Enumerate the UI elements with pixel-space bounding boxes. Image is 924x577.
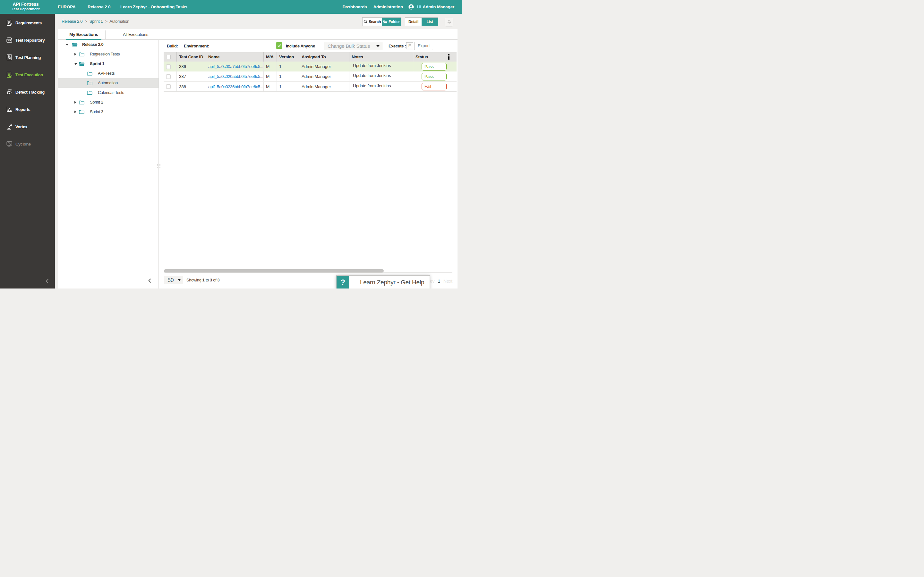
horizontal-scrollbar[interactable] — [164, 269, 452, 273]
breadcrumb-release[interactable]: Release 2.0 — [61, 19, 82, 24]
cell-assigned-to: Admin Manager — [299, 71, 349, 81]
current-page[interactable]: 1 — [438, 279, 440, 284]
vortex-icon — [6, 123, 13, 130]
user-menu[interactable]: Admin Manager — [423, 5, 454, 9]
row-checkbox[interactable] — [166, 74, 171, 79]
breadcrumb-current: Automation — [110, 19, 129, 24]
col-status[interactable]: Status — [413, 52, 457, 61]
sidebar-item-test-repository[interactable]: Test Repository — [0, 31, 55, 49]
notifications-button[interactable] — [445, 18, 453, 26]
topbar-right: Dashboards Administration Hi Admin Manag… — [342, 0, 454, 14]
sidebar-collapse-chevron-icon[interactable] — [45, 279, 49, 284]
folder-icon — [87, 90, 93, 95]
sidebar-item-reports[interactable]: Reports — [0, 101, 55, 118]
page-size-select[interactable]: 50 — [164, 276, 183, 284]
select-all-checkbox[interactable] — [166, 55, 171, 59]
search-button[interactable]: Search — [363, 18, 382, 26]
folder-label: Folder — [389, 19, 400, 24]
sidebar-item-test-planning[interactable]: Test Planning — [0, 49, 55, 66]
test-case-link[interactable]: apif_5a0c020abbb0fb7ee6c5... — [208, 74, 263, 79]
test-case-link[interactable]: apif_5a0c00a7bbb0fb7ee6c5... — [208, 64, 263, 69]
col-assigned-to[interactable]: Assigned To — [299, 52, 349, 61]
cell-test-case-id: 386 — [177, 61, 206, 71]
content-panel: My Executions All Executions Release 2.0 — [58, 29, 457, 288]
tree-item-calendar-tests[interactable]: Calendar-Tests — [58, 88, 158, 97]
executions-grid: Build: Environment: Include Anyone Chang… — [159, 40, 457, 288]
topnav-learn-zephyr[interactable]: Learn Zephyr - Onboarding Tasks — [120, 0, 187, 14]
include-anyone-label: Include Anyone — [286, 44, 315, 48]
topbar: API Fortress Test Department EUROPA Rele… — [0, 0, 462, 14]
sidebar-item-vortex[interactable]: Vortex — [0, 118, 55, 135]
expand-arrow-icon[interactable] — [74, 101, 76, 103]
main-area: Release 2.0 > Sprint 1 > Automation Sear… — [55, 14, 462, 288]
execution-tabs: My Executions All Executions — [58, 29, 457, 40]
checkbox-cell — [164, 52, 177, 61]
cell-name: apif_5a0c00a7bbb0fb7ee6c5... — [206, 61, 264, 71]
col-version[interactable]: Version — [277, 52, 299, 61]
help-widget[interactable]: ? Learn Zephyr - Get Help — [336, 276, 430, 288]
cell-version: 1 — [277, 61, 299, 71]
checkbox-cell — [164, 82, 177, 91]
avatar-icon[interactable] — [408, 4, 414, 10]
tree-item-regression-tests[interactable]: Regression Tests — [58, 49, 158, 59]
sidebar-item-label: Vortex — [15, 124, 27, 129]
breadcrumb-sprint[interactable]: Sprint 1 — [89, 19, 103, 24]
detail-button[interactable]: Detail — [405, 18, 422, 26]
col-name[interactable]: Name — [206, 52, 264, 61]
include-anyone-checkbox[interactable] — [276, 42, 282, 49]
tree-item-sprint-1[interactable]: Sprint 1 — [58, 59, 158, 69]
folder-icon — [87, 81, 93, 85]
execute-label: Execute : — [389, 44, 406, 48]
open-folder-icon — [72, 42, 78, 47]
collapse-arrow-icon[interactable] — [74, 63, 77, 65]
topnav-project[interactable]: EUROPA — [58, 0, 76, 14]
execute-input[interactable]: E — [406, 42, 413, 49]
status-badge[interactable]: Pass — [422, 63, 447, 71]
brand[interactable]: API Fortress Test Department — [0, 0, 51, 14]
tree-item-sprint-2[interactable]: Sprint 2 — [58, 97, 158, 107]
expand-arrow-icon[interactable] — [74, 53, 76, 55]
cell-notes[interactable]: Update from Jenkins — [349, 82, 413, 91]
tree-item-sprint-3[interactable]: Sprint 3 — [58, 107, 158, 117]
search-label: Search — [368, 19, 381, 24]
sidebar-item-test-execution[interactable]: Test Execution — [0, 66, 55, 83]
status-badge[interactable]: Fail — [422, 83, 447, 90]
table-row[interactable]: 387 apif_5a0c020abbb0fb7ee6c5... M 1 Adm… — [164, 71, 457, 81]
test-case-link[interactable]: apif_5a0c0236bbb0fb7ee6c5... — [208, 84, 263, 89]
collapse-arrow-icon[interactable] — [66, 44, 68, 46]
cell-notes[interactable]: Update from Jenkins — [349, 61, 413, 71]
sidebar-item-requirements[interactable]: Requirements — [0, 14, 55, 31]
change-bulk-status-select[interactable]: Change Bulk Status — [324, 42, 383, 50]
dashboards-link[interactable]: Dashboards — [342, 5, 367, 9]
col-test-case-id[interactable]: Test Case ID — [177, 52, 206, 61]
scrollbar-thumb[interactable] — [164, 269, 384, 272]
expand-arrow-icon[interactable] — [74, 111, 76, 113]
table-row[interactable]: 388 apif_5a0c0236bbb0fb7ee6c5... M 1 Adm… — [164, 81, 457, 91]
next-page-button[interactable]: Next — [443, 279, 452, 284]
sidebar-item-defect-tracking[interactable]: Defect Tracking — [0, 83, 55, 101]
cell-notes[interactable]: Update from Jenkins — [349, 71, 413, 81]
tab-all-executions[interactable]: All Executions — [119, 29, 152, 40]
administration-link[interactable]: Administration — [373, 5, 403, 9]
topnav-release[interactable]: Release 2.0 — [87, 0, 110, 14]
tree-item-label: API-Tests — [98, 69, 115, 78]
tab-my-executions[interactable]: My Executions — [66, 29, 102, 40]
folder-button[interactable]: Folder — [382, 18, 401, 26]
column-menu-kebab-icon[interactable] — [448, 54, 449, 61]
sidebar-item-cyclone[interactable]: Cyclone — [0, 135, 55, 153]
col-notes[interactable]: Notes — [349, 52, 413, 61]
tab-label: My Executions — [69, 32, 98, 37]
col-ma[interactable]: M/A — [264, 52, 277, 61]
export-button[interactable]: Export — [414, 42, 433, 50]
folder-icon — [383, 20, 388, 24]
test-planning-icon — [6, 54, 13, 61]
tree-item-release-2-0[interactable]: Release 2.0 — [58, 40, 158, 49]
status-badge[interactable]: Pass — [422, 73, 447, 81]
row-checkbox[interactable] — [166, 64, 171, 69]
tree-item-automation[interactable]: Automation — [58, 78, 158, 88]
row-checkbox[interactable] — [166, 84, 171, 89]
table-row[interactable]: 386 apif_5a0c00a7bbb0fb7ee6c5... M 1 Adm… — [164, 61, 457, 71]
tree-item-api-tests[interactable]: API-Tests — [58, 69, 158, 78]
tree-collapse-chevron-icon[interactable] — [148, 279, 152, 283]
list-button[interactable]: List — [422, 18, 438, 26]
